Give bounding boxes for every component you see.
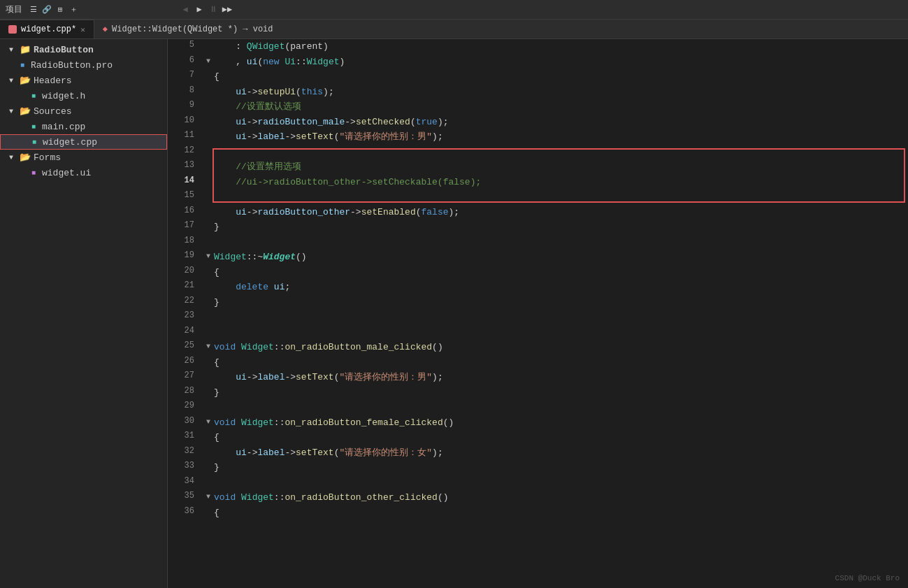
code-line-35: 35 ▼ void Widget::on_radioButton_other_c… — [168, 490, 908, 505]
tab-filename: widget.cpp* — [21, 24, 76, 34]
line-num-12: 12 — [168, 145, 203, 160]
fold-arrow-6[interactable]: ▼ — [206, 57, 210, 65]
nav-right-icon[interactable]: ▶ — [193, 3, 206, 16]
line-content-6: , ui(new Ui::Widget) — [214, 55, 908, 70]
code-line-22: 22 } — [168, 295, 908, 310]
plus-icon[interactable]: ＋ — [68, 4, 79, 15]
code-line-18: 18 — [168, 235, 908, 250]
expand-arrow-icon: ▼ — [6, 44, 17, 55]
line-num-29: 29 — [168, 400, 203, 415]
grid-icon[interactable]: ⊞ — [55, 4, 66, 15]
line-content-17: } — [214, 220, 908, 235]
line-num-23: 23 — [168, 310, 203, 325]
sidebar-item-widget-ui[interactable]: ■ widget.ui — [0, 165, 167, 180]
fold-arrow-19[interactable]: ▼ — [206, 252, 210, 260]
fold-arrow-35[interactable]: ▼ — [206, 493, 210, 501]
line-num-30: 30 — [168, 415, 203, 431]
nav-left-icon[interactable]: ◀ — [179, 3, 192, 16]
line-indicator-10 — [203, 115, 214, 130]
sidebar-item-main-cpp[interactable]: ■ main.cpp — [0, 119, 167, 134]
sidebar-label-headers: Headers — [34, 76, 72, 86]
code-line-31: 31 { — [168, 430, 908, 445]
code-line-20: 20 { — [168, 265, 908, 280]
line-num-35: 35 — [168, 490, 203, 505]
forms-expand-icon: ▼ — [6, 152, 17, 163]
line-num-14: 14 — [168, 175, 203, 190]
code-line-10: 10 ui->radioButton_male->setChecked(true… — [168, 115, 908, 130]
line-content-5: : QWidget(parent) — [214, 39, 908, 55]
line-num-16: 16 — [168, 205, 203, 220]
line-num-17: 17 — [168, 220, 203, 235]
main-area: ▼ 📁 RadioButton ■ RadioButton.pro ▼ 📂 He… — [0, 39, 908, 588]
sidebar-item-widget-h[interactable]: ■ widget.h — [0, 88, 167, 103]
line-indicator-30: ▼ — [203, 415, 214, 431]
code-line-6: 6 ▼ , ui(new Ui::Widget) — [168, 55, 908, 70]
nav-forward-icon[interactable]: ▶▶ — [221, 3, 233, 16]
line-content-19: Widget::~Widget() — [214, 250, 908, 265]
line-content-29 — [214, 400, 908, 415]
fold-arrow-30[interactable]: ▼ — [206, 418, 210, 426]
line-indicator-8 — [203, 85, 214, 100]
code-line-13: 13 //设置禁用选项 — [168, 159, 908, 175]
main-cpp-icon: ■ — [28, 121, 39, 132]
breadcrumb-text: Widget::Widget(QWidget *) → void — [112, 24, 273, 34]
sidebar-label-radiobutton: RadioButton — [34, 45, 94, 55]
line-indicator-13 — [203, 159, 214, 175]
line-content-9: //设置默认选项 — [214, 99, 908, 115]
line-num-27: 27 — [168, 370, 203, 385]
line-content-18 — [214, 235, 908, 250]
widget-cpp-icon: ■ — [29, 136, 40, 148]
filter-icon[interactable]: ☰ — [28, 4, 39, 15]
line-indicator-36 — [203, 505, 214, 521]
tab-close-button[interactable]: ✕ — [80, 25, 85, 34]
code-editor[interactable]: 5 : QWidget(parent) 6 ▼ , ui(new Ui::Wid… — [168, 39, 908, 588]
line-num-8: 8 — [168, 85, 203, 100]
line-indicator-27 — [203, 370, 214, 385]
sidebar-item-headers[interactable]: ▼ 📂 Headers — [0, 73, 167, 88]
line-content-13: //设置禁用选项 — [214, 159, 908, 175]
line-num-7: 7 — [168, 69, 203, 85]
fold-arrow-25[interactable]: ▼ — [206, 343, 210, 350]
line-indicator-11 — [203, 129, 214, 145]
line-content-26: { — [214, 355, 908, 371]
line-num-26: 26 — [168, 355, 203, 371]
sidebar-item-radiobutton-root[interactable]: ▼ 📁 RadioButton — [0, 42, 167, 57]
line-indicator-5 — [203, 39, 214, 55]
code-line-24: 24 — [168, 325, 908, 340]
line-num-33: 33 — [168, 460, 203, 475]
sidebar-label-main-cpp: main.cpp — [42, 122, 85, 132]
line-num-19: 19 — [168, 250, 203, 265]
line-content-25: void Widget::on_radioButton_male_clicked… — [214, 340, 908, 355]
line-num-36: 36 — [168, 505, 203, 521]
sidebar-item-widget-cpp[interactable]: ■ widget.cpp — [0, 134, 167, 150]
line-num-21: 21 — [168, 280, 203, 295]
sources-expand-icon: ▼ — [6, 106, 17, 117]
sidebar: ▼ 📁 RadioButton ■ RadioButton.pro ▼ 📂 He… — [0, 39, 168, 588]
code-line-32: 32 ui->label->setText("请选择你的性别：女"); — [168, 445, 908, 461]
sidebar-item-forms[interactable]: ▼ 📂 Forms — [0, 150, 167, 165]
nav-pause-icon[interactable]: ⏸ — [207, 3, 219, 16]
code-line-15: 15 — [168, 189, 908, 205]
line-indicator-19: ▼ — [203, 250, 214, 265]
code-line-12: 12 — [168, 145, 908, 160]
breadcrumb-bar: ◆ Widget::Widget(QWidget *) → void — [94, 20, 908, 38]
line-indicator-28 — [203, 385, 214, 401]
code-line-19: 19 ▼ Widget::~Widget() — [168, 250, 908, 265]
headers-expand-icon: ▼ — [6, 75, 17, 86]
line-num-32: 32 — [168, 445, 203, 461]
code-line-21: 21 delete ui; — [168, 280, 908, 295]
link-icon[interactable]: 🔗 — [41, 4, 52, 15]
sidebar-item-sources[interactable]: ▼ 📂 Sources — [0, 103, 167, 119]
sidebar-label-forms: Forms — [34, 152, 61, 163]
title-bar-icons: ☰ 🔗 ⊞ ＋ — [28, 4, 79, 15]
tab-bar: widget.cpp* ✕ ◆ Widget::Widget(QWidget *… — [0, 20, 908, 39]
line-num-9: 9 — [168, 99, 203, 115]
tab-widget-cpp[interactable]: widget.cpp* ✕ — [0, 20, 94, 38]
line-num-11: 11 — [168, 129, 203, 145]
line-content-35: void Widget::on_radioButton_other_clicke… — [214, 490, 908, 505]
sidebar-item-radiobutton-pro[interactable]: ■ RadioButton.pro — [0, 57, 167, 73]
line-indicator-33 — [203, 460, 214, 475]
code-line-16: 16 ui->radioButton_other->setEnabled(fal… — [168, 205, 908, 220]
line-content-12 — [214, 145, 908, 160]
line-indicator-9 — [203, 99, 214, 115]
